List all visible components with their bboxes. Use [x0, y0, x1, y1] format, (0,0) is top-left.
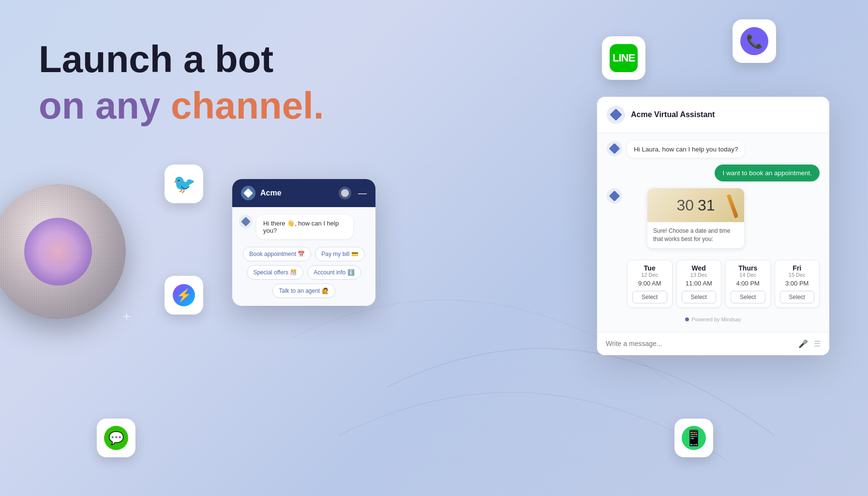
date-slot-fri-select[interactable]: Select [780, 291, 815, 303]
desktop-chat-body: Hi Laura, how can I help you today? I wa… [597, 133, 829, 332]
desktop-greeting-bubble: Hi Laura, how can I help you today? [627, 141, 745, 158]
date-slot-wed-date: 13 Dec [682, 272, 717, 278]
desktop-user-bubble: I want to book an appointment. [715, 165, 820, 181]
date-slot-wed-select[interactable]: Select [682, 291, 717, 303]
desktop-input-icons: 🎤 ☰ [798, 339, 821, 348]
desktop-bot-greeting-row: Hi Laura, how can I help you today? [607, 141, 820, 158]
calendar-card-text: Sure! Choose a date and time that works … [647, 222, 744, 248]
mobile-quick-replies: Book appointment 📅 Pay my bill 💳 Special… [239, 247, 369, 298]
line-text-label: LINE [613, 52, 635, 64]
powered-dot [685, 317, 689, 321]
date-slot-thurs-select[interactable]: Select [731, 291, 765, 303]
mobile-chat-header: Acme — [232, 179, 375, 207]
desktop-bot-avatar-diamond-2 [609, 191, 620, 202]
mobile-chat-body: Hi there 👋, how can I help you? Book app… [232, 207, 375, 306]
cal-num-31: 31 [698, 196, 715, 214]
quick-reply-agent[interactable]: Talk to an agent 🙋 [272, 284, 335, 298]
quick-reply-account[interactable]: Account info ℹ️ [307, 265, 360, 280]
wechat-symbol-icon: 💬 [108, 431, 124, 446]
whatsapp-phone-icon: 📱 [684, 429, 703, 447]
powered-by: Powered by Mindsay [607, 313, 820, 324]
mobile-bot-message: Hi there 👋, how can I help you? [239, 215, 369, 239]
wechat-app-icon: 💬 [97, 419, 135, 457]
headline-on-any: on any [39, 84, 160, 127]
date-slots-row: Tue 12 Dec 9:00 AM Select Wed 13 Dec 11:… [627, 260, 820, 308]
homepod-plus-icon: + [123, 309, 131, 324]
messenger-app-icon: ⚡ [165, 276, 203, 315]
cal-num-30: 30 [676, 196, 694, 214]
date-slot-fri-day: Fri [780, 264, 815, 272]
line-app-icon: LINE [602, 36, 645, 80]
date-slot-fri: Fri 15 Dec 3:00 PM Select [775, 260, 820, 308]
mobile-chat-name: Acme [260, 189, 282, 197]
desktop-chat-widget: Acme Virtual Assistant Hi Laura, how can… [597, 97, 829, 355]
mobile-chat-widget: Acme — Hi there 👋, how can I help you? B… [232, 179, 375, 306]
messenger-bolt-icon: ⚡ [176, 288, 192, 303]
quick-reply-book[interactable]: Book appointment 📅 [243, 247, 311, 261]
desktop-chat-header: Acme Virtual Assistant [597, 97, 829, 133]
whatsapp-green-circle: 📱 [682, 426, 706, 450]
date-slot-wed-time: 11:00 AM [682, 280, 717, 287]
date-slot-tue-date: 12 Dec [632, 272, 667, 278]
desktop-bot-avatar-2 [607, 188, 622, 204]
viber-app-icon: 📞 [733, 19, 776, 63]
powered-by-text: Powered by Mindsay [691, 316, 741, 322]
date-slot-thurs-day: Thurs [731, 264, 765, 272]
mobile-chat-controls: — [339, 187, 367, 199]
desktop-bot-avatar [607, 141, 622, 156]
calendar-numbers: 30 31 [676, 196, 715, 214]
homepod-device: + [0, 184, 145, 339]
twitter-bird-icon: 🐦 [173, 173, 195, 195]
date-slot-fri-time: 3:00 PM [780, 280, 815, 287]
mobile-greeting-bubble: Hi there 👋, how can I help you? [256, 215, 353, 239]
date-slot-wed: Wed 13 Dec 11:00 AM Select [676, 260, 722, 308]
headline-section: Launch a bot on any channel. [39, 39, 377, 127]
calendar-image: 30 31 [647, 188, 744, 222]
date-slot-thurs-time: 4:00 PM [731, 280, 765, 287]
desktop-logo-icon [607, 105, 625, 124]
viber-purple-circle: 📞 [740, 27, 768, 55]
date-slot-tue: Tue 12 Dec 9:00 AM Select [627, 260, 673, 308]
date-slot-thurs-date: 14 Dec [731, 272, 765, 278]
quick-reply-pay[interactable]: Pay my bill 💳 [315, 247, 364, 261]
mobile-minimize-button[interactable]: — [358, 189, 367, 197]
desktop-chat-title: Acme Virtual Assistant [631, 110, 715, 119]
desktop-bot-avatar-diamond [609, 143, 620, 154]
mobile-bot-avatar-diamond [241, 217, 251, 226]
headline-channel: channel. [171, 84, 324, 127]
date-slot-tue-day: Tue [632, 264, 667, 272]
desktop-logo-diamond [610, 108, 622, 120]
date-slot-thurs: Thurs 14 Dec 4:00 PM Select [725, 260, 771, 308]
microphone-icon[interactable]: 🎤 [798, 339, 808, 348]
cal-pencil [727, 194, 739, 218]
whatsapp-app-icon: 📱 [674, 419, 713, 457]
date-slot-fri-date: 15 Dec [780, 272, 815, 278]
mobile-avatar-icon[interactable] [339, 187, 351, 199]
date-slot-tue-select[interactable]: Select [632, 291, 667, 303]
homepod-body [0, 184, 126, 319]
quick-reply-offers[interactable]: Special offers 🎊 [247, 265, 303, 280]
menu-icon[interactable]: ☰ [814, 339, 821, 348]
mobile-logo-icon [241, 186, 255, 200]
mobile-bot-avatar [239, 215, 253, 228]
mobile-logo-diamond [243, 188, 253, 198]
homepod-glow [24, 218, 92, 286]
calendar-card: 30 31 Sure! Choose a date and time that … [647, 188, 744, 248]
twitter-app-icon: 🐦 [165, 165, 203, 203]
line-green-rect: LINE [610, 44, 638, 72]
viber-phone-icon: 📞 [746, 33, 763, 49]
desktop-message-input[interactable] [606, 340, 793, 347]
headline-line2: on any channel. [39, 85, 377, 127]
desktop-input-row: 🎤 ☰ [597, 332, 829, 355]
mobile-chat-logo: Acme [241, 186, 282, 200]
messenger-gradient: ⚡ [173, 284, 195, 306]
headline-line1: Launch a bot [39, 39, 377, 80]
date-slot-tue-time: 9:00 AM [632, 280, 667, 287]
wechat-green-circle: 💬 [104, 426, 128, 450]
date-slot-wed-day: Wed [682, 264, 717, 272]
